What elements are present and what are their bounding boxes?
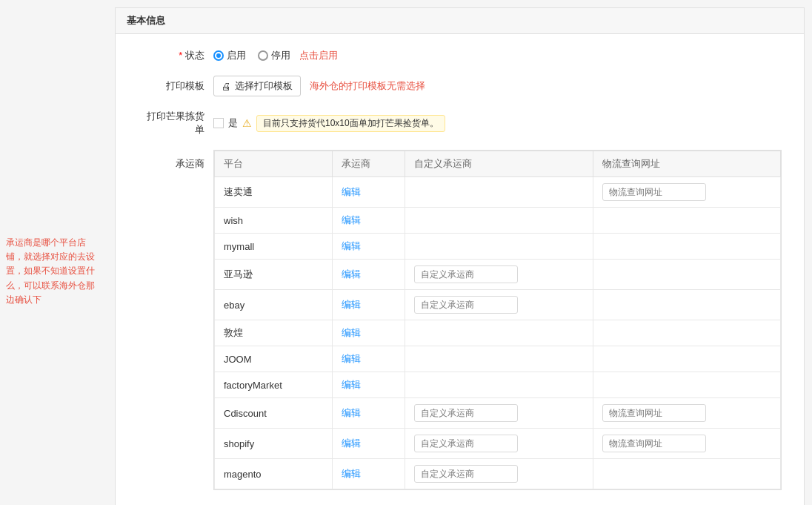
printer-icon: 🖨 xyxy=(222,81,231,92)
select-print-template-button[interactable]: 🖨 选择打印模板 xyxy=(213,76,301,96)
carrier-section: 承运商 平台 承运商 自定义承运商 物流查询网址 xyxy=(138,150,782,490)
logistics-url-input[interactable] xyxy=(602,435,706,452)
logistics-url-cell xyxy=(593,429,780,459)
logistics-url-input[interactable] xyxy=(602,404,706,422)
edit-link[interactable]: 编辑 xyxy=(342,438,361,449)
print-mango-checkbox[interactable] xyxy=(213,118,224,128)
print-mango-warning: 目前只支持货代10x10面单加打芒果捡货单。 xyxy=(256,115,445,132)
print-mango-label: 打印芒果拣货单 xyxy=(138,110,204,136)
platform-cell: 敦煌 xyxy=(215,320,333,346)
custom-carrier-cell xyxy=(405,398,593,429)
edit-link[interactable]: 编辑 xyxy=(342,327,361,338)
custom-carrier-cell xyxy=(405,372,593,398)
carrier-edit-cell: 编辑 xyxy=(333,290,405,320)
logistics-url-cell xyxy=(593,320,780,346)
table-row: magento编辑 xyxy=(215,459,781,489)
enabled-radio-circle[interactable] xyxy=(213,50,224,61)
platform-cell: mymall xyxy=(215,234,333,260)
edit-link[interactable]: 编辑 xyxy=(342,299,361,310)
status-row: * 状态 启用 停用 点击启用 xyxy=(138,49,782,62)
carrier-edit-cell: 编辑 xyxy=(333,459,405,489)
custom-carrier-input[interactable] xyxy=(414,296,518,314)
logistics-url-cell xyxy=(593,290,780,320)
custom-carrier-cell xyxy=(405,234,593,260)
col-carrier: 承运商 xyxy=(333,151,405,177)
edit-link[interactable]: 编辑 xyxy=(342,240,361,251)
custom-carrier-cell xyxy=(405,320,593,346)
platform-cell: Cdiscount xyxy=(215,398,333,429)
col-logistics-url: 物流查询网址 xyxy=(593,151,780,177)
carrier-edit-cell: 编辑 xyxy=(333,320,405,346)
carrier-label: 承运商 xyxy=(138,150,204,490)
print-mango-checkbox-row: 是 ⚠ 目前只支持货代10x10面单加打芒果捡货单。 xyxy=(213,115,445,132)
status-radio-group: 启用 停用 xyxy=(213,49,290,62)
custom-carrier-input[interactable] xyxy=(414,404,518,422)
custom-carrier-input[interactable] xyxy=(414,435,518,452)
carrier-edit-cell: 编辑 xyxy=(333,260,405,290)
print-template-btn-label: 选择打印模板 xyxy=(235,79,293,93)
custom-carrier-cell xyxy=(405,208,593,234)
carrier-table: 平台 承运商 自定义承运商 物流查询网址 速卖通编辑wish编辑mymall编辑… xyxy=(214,151,781,489)
print-template-label: 打印模板 xyxy=(138,79,204,93)
edit-link[interactable]: 编辑 xyxy=(342,379,361,390)
logistics-url-cell xyxy=(593,208,780,234)
logistics-url-cell xyxy=(593,234,780,260)
custom-carrier-input[interactable] xyxy=(414,465,518,483)
disabled-radio-circle[interactable] xyxy=(258,50,268,61)
platform-cell: JOOM xyxy=(215,346,333,372)
custom-carrier-cell xyxy=(405,429,593,459)
custom-carrier-cell xyxy=(405,177,593,208)
carrier-edit-cell: 编辑 xyxy=(333,234,405,260)
platform-cell: 亚马逊 xyxy=(215,260,333,290)
platform-cell: factoryMarket xyxy=(215,372,333,398)
platform-cell: 速卖通 xyxy=(215,177,333,208)
print-mango-checkbox-label: 是 xyxy=(228,116,238,130)
enabled-label: 启用 xyxy=(227,49,246,62)
carrier-table-wrap: 平台 承运商 自定义承运商 物流查询网址 速卖通编辑wish编辑mymall编辑… xyxy=(213,150,782,490)
carrier-table-header-row: 平台 承运商 自定义承运商 物流查询网址 xyxy=(215,151,781,177)
warning-icon: ⚠ xyxy=(242,117,252,129)
print-template-row: 打印模板 🖨 选择打印模板 海外仓的打印模板无需选择 xyxy=(138,76,782,96)
carrier-edit-cell: 编辑 xyxy=(333,177,405,208)
carrier-edit-cell: 编辑 xyxy=(333,208,405,234)
custom-carrier-cell xyxy=(405,290,593,320)
custom-carrier-cell xyxy=(405,260,593,290)
edit-link[interactable]: 编辑 xyxy=(342,186,361,197)
logistics-url-cell xyxy=(593,177,780,208)
platform-cell: wish xyxy=(215,208,333,234)
carrier-annotation: 承运商是哪个平台店铺，就选择对应的去设置，如果不知道设置什么，可以联系海外仓那边… xyxy=(0,230,104,313)
print-mango-row: 打印芒果拣货单 是 ⚠ 目前只支持货代10x10面单加打芒果捡货单。 xyxy=(138,110,782,136)
carrier-edit-cell: 编辑 xyxy=(333,398,405,429)
table-row: mymall编辑 xyxy=(215,234,781,260)
table-row: 敦煌编辑 xyxy=(215,320,781,346)
table-row: ebay编辑 xyxy=(215,290,781,320)
platform-cell: magento xyxy=(215,459,333,489)
logistics-url-cell xyxy=(593,346,780,372)
logistics-url-input[interactable] xyxy=(602,183,706,201)
carrier-edit-cell: 编辑 xyxy=(333,429,405,459)
edit-link[interactable]: 编辑 xyxy=(342,214,361,225)
table-row: 亚马逊编辑 xyxy=(215,260,781,290)
table-row: factoryMarket编辑 xyxy=(215,372,781,398)
col-platform: 平台 xyxy=(215,151,333,177)
custom-carrier-cell xyxy=(405,459,593,489)
status-disabled-radio[interactable]: 停用 xyxy=(258,49,290,62)
edit-link[interactable]: 编辑 xyxy=(342,407,361,418)
status-label: * 状态 xyxy=(138,49,204,62)
logistics-url-cell xyxy=(593,372,780,398)
edit-link[interactable]: 编辑 xyxy=(342,468,361,479)
logistics-url-cell xyxy=(593,459,780,489)
logistics-url-cell xyxy=(593,398,780,429)
status-enabled-radio[interactable]: 启用 xyxy=(213,49,246,62)
print-template-hint: 海外仓的打印模板无需选择 xyxy=(310,79,425,93)
table-row: wish编辑 xyxy=(215,208,781,234)
custom-carrier-input[interactable] xyxy=(414,265,518,283)
carrier-edit-cell: 编辑 xyxy=(333,346,405,372)
edit-link[interactable]: 编辑 xyxy=(342,353,361,364)
required-star: * xyxy=(179,50,182,61)
table-row: Cdiscount编辑 xyxy=(215,398,781,429)
table-row: shopify编辑 xyxy=(215,429,781,459)
edit-link[interactable]: 编辑 xyxy=(342,268,361,280)
custom-carrier-cell xyxy=(405,346,593,372)
table-row: 速卖通编辑 xyxy=(215,177,781,208)
